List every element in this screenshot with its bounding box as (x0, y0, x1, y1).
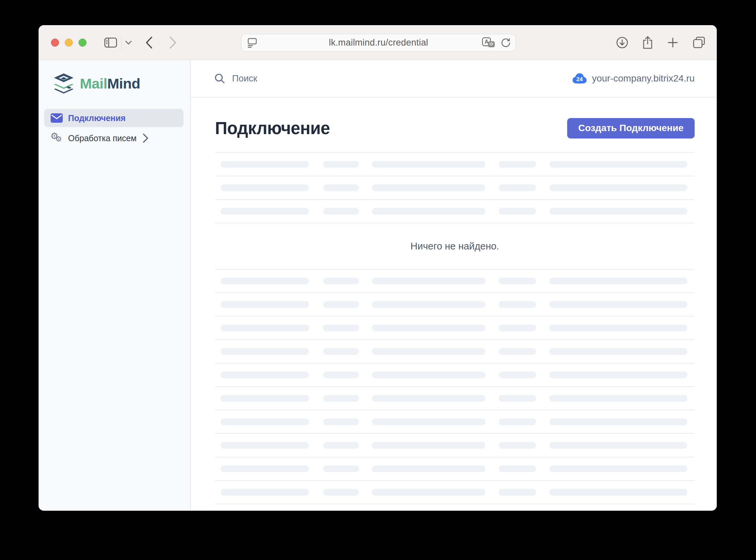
skeleton-bar (550, 419, 687, 425)
skeleton-bar (499, 372, 536, 378)
main-header: Поиск 24 your-company.bitr (191, 60, 717, 98)
browser-window: lk.mailmind.ru/credential A (39, 25, 717, 511)
skeleton-bar (499, 208, 536, 215)
skeleton-bar (323, 278, 359, 284)
skeleton-bar (499, 465, 536, 472)
skeleton-row (215, 387, 695, 411)
reload-icon[interactable] (501, 38, 511, 48)
account-domain: your-company.bitrix24.ru (592, 73, 695, 84)
skeleton-bar (221, 372, 309, 378)
skeleton-bar (499, 301, 536, 308)
minimize-window-button[interactable] (65, 39, 73, 47)
skeleton-bar (221, 419, 309, 425)
sidebar-toggle-icon[interactable] (104, 38, 117, 47)
skeleton-bar (550, 161, 687, 168)
address-bar[interactable]: lk.mailmind.ru/credential A (241, 34, 516, 52)
sidebar-item-label: Обработка писем (68, 134, 137, 143)
skeleton-row (215, 317, 695, 340)
chevron-down-icon[interactable] (125, 41, 132, 45)
sidebar-item-label: Подключения (68, 113, 125, 123)
skeleton-bar (550, 465, 687, 472)
skeleton-bar (372, 184, 485, 191)
skeleton-bar (372, 465, 485, 472)
skeleton-row (215, 269, 695, 293)
skeleton-bar (372, 419, 485, 425)
sidebar-nav: Подключения ⚙⚙ Обработка писем (44, 109, 183, 147)
skeleton-rows-top (215, 153, 695, 223)
skeleton-rows-bottom (215, 269, 695, 504)
skeleton-bar (323, 489, 359, 496)
skeleton-bar (550, 442, 687, 449)
sidebar: MailMind Подключения (39, 60, 191, 511)
mail-envelope-icon (50, 113, 63, 123)
share-icon[interactable] (642, 36, 653, 49)
sidebar-item-mail-processing[interactable]: ⚙⚙ Обработка писем (44, 129, 183, 147)
skeleton-bar (372, 161, 485, 168)
skeleton-bar (221, 465, 309, 472)
skeleton-bar (323, 395, 359, 402)
skeleton-row (215, 434, 695, 457)
mailmind-logo-text: MailMind (80, 76, 140, 92)
zoom-window-button[interactable] (79, 39, 86, 47)
skeleton-bar (323, 184, 359, 191)
skeleton-bar (499, 442, 536, 449)
skeleton-bar (323, 372, 359, 378)
skeleton-bar (550, 184, 687, 191)
downloads-icon[interactable] (616, 37, 628, 48)
skeleton-bar (499, 278, 536, 284)
skeleton-bar (372, 301, 485, 308)
sidebar-item-connections[interactable]: Подключения (44, 109, 183, 127)
skeleton-row (215, 340, 695, 363)
toolbar-divider (121, 37, 122, 49)
skeleton-bar (550, 208, 687, 215)
skeleton-bar (323, 301, 359, 308)
forward-icon[interactable] (170, 37, 177, 48)
skeleton-bar (550, 489, 687, 496)
skeleton-bar (323, 208, 359, 215)
skeleton-bar (499, 184, 536, 191)
skeleton-bar (221, 442, 309, 449)
skeleton-row (215, 363, 695, 387)
connections-table: Ничего не найдено. (215, 152, 695, 504)
skeleton-bar (221, 325, 309, 331)
skeleton-bar (372, 348, 485, 355)
page-content: Подключение Создать Подключение Ничего н… (191, 98, 717, 511)
skeleton-row (215, 411, 695, 434)
bitrix24-account[interactable]: 24 your-company.bitrix24.ru (572, 73, 695, 84)
skeleton-bar (372, 208, 485, 215)
screen-background: lk.mailmind.ru/credential A (0, 0, 756, 560)
close-window-button[interactable] (51, 39, 59, 47)
search-icon (214, 73, 225, 84)
skeleton-bar (372, 442, 485, 449)
skeleton-bar (323, 419, 359, 425)
chevron-right-icon (142, 133, 148, 143)
skeleton-bar (372, 278, 485, 284)
back-icon[interactable] (145, 37, 153, 48)
skeleton-bar (221, 489, 309, 496)
skeleton-bar (221, 161, 309, 168)
skeleton-bar (499, 419, 536, 425)
skeleton-bar (221, 208, 309, 215)
skeleton-bar (372, 372, 485, 378)
new-tab-icon[interactable] (667, 37, 678, 48)
skeleton-bar (221, 278, 309, 284)
mailmind-logo-icon (53, 74, 75, 94)
empty-state-message: Ничего не найдено. (215, 223, 695, 269)
search-input[interactable]: Поиск (214, 73, 257, 84)
skeleton-bar (323, 161, 359, 168)
skeleton-bar (323, 465, 359, 472)
skeleton-bar (499, 348, 536, 355)
skeleton-bar (323, 348, 359, 355)
page-title: Подключение (215, 118, 330, 138)
create-connection-button[interactable]: Создать Подключение (567, 118, 695, 139)
mailmind-logo[interactable]: MailMind (53, 74, 190, 94)
skeleton-row (215, 457, 695, 481)
svg-text:A: A (485, 39, 489, 45)
url-text: lk.mailmind.ru/credential (241, 34, 516, 51)
translate-icon[interactable]: A (482, 37, 495, 48)
skeleton-bar (372, 489, 485, 496)
skeleton-bar (221, 395, 309, 402)
search-placeholder: Поиск (232, 74, 257, 84)
browser-toolbar: lk.mailmind.ru/credential A (39, 25, 717, 60)
tab-overview-icon[interactable] (693, 37, 705, 48)
